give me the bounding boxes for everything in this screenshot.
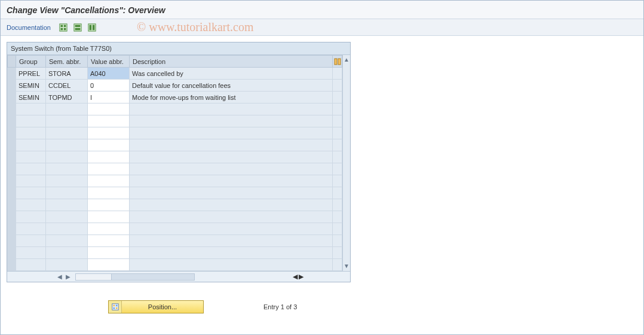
svg-rect-4 (64, 28, 66, 30)
empty-cell (46, 211, 88, 223)
table-row-empty (8, 127, 342, 139)
empty-cell (88, 223, 130, 235)
configure-columns-button[interactable] (333, 56, 342, 68)
empty-cell (16, 259, 46, 271)
empty-cell (16, 139, 46, 151)
scroll-right2-icon[interactable]: ▶ (299, 273, 303, 281)
position-button[interactable]: Position... (108, 300, 204, 313)
row-selector[interactable] (8, 103, 16, 115)
empty-cell (130, 175, 333, 187)
svg-rect-12 (338, 59, 341, 65)
empty-cell (46, 223, 88, 235)
table-row-empty (8, 235, 342, 247)
entry-count-text: Entry 1 of 3 (263, 303, 297, 310)
select-all-header[interactable] (8, 56, 16, 68)
row-selector[interactable] (8, 259, 16, 271)
row-selector[interactable] (8, 163, 16, 175)
empty-cell (88, 163, 130, 175)
empty-cell (16, 115, 46, 127)
layout-icon-3[interactable] (87, 22, 97, 33)
empty-cell (130, 199, 333, 211)
cell-group: PPREL (16, 68, 46, 80)
empty-cell (333, 211, 342, 223)
empty-cell (130, 247, 333, 259)
layout-icon-1[interactable] (58, 22, 69, 33)
cell-description: Default value for cancellation fees (130, 80, 333, 92)
row-selector[interactable] (8, 211, 16, 223)
row-selector[interactable] (8, 187, 16, 199)
row-selector[interactable] (8, 115, 16, 127)
empty-cell (130, 127, 333, 139)
row-selector[interactable] (8, 68, 16, 80)
hscroll-track[interactable] (75, 273, 195, 281)
cell-group: SEMIN (16, 92, 46, 103)
svg-rect-16 (113, 307, 115, 309)
empty-cell (16, 163, 46, 175)
row-selector[interactable] (8, 139, 16, 151)
empty-cell (46, 235, 88, 247)
empty-cell (88, 187, 130, 199)
documentation-link[interactable]: Documentation (7, 24, 51, 31)
scroll-down-icon[interactable]: ▼ (343, 263, 350, 270)
scroll-right-step-icon[interactable]: ▶ (65, 273, 72, 281)
table-row[interactable]: PPRELSTORAA040Was cancelled by (8, 68, 342, 80)
grid: Group Sem. abbr. Value abbr. Description… (7, 54, 350, 282)
row-selector[interactable] (8, 151, 16, 163)
row-tail (333, 80, 342, 92)
cell-value-abbr[interactable]: A040 (88, 68, 130, 80)
scroll-up-icon[interactable]: ▲ (343, 56, 350, 63)
column-header-sem-abbr[interactable]: Sem. abbr. (46, 56, 88, 68)
table-row-empty (8, 187, 342, 199)
table-row[interactable]: SEMINTOPMDIMode for move-ups from waitin… (8, 92, 342, 103)
vertical-scrollbar[interactable]: ▲ ▼ (342, 55, 350, 271)
empty-cell (333, 139, 342, 151)
toolbar: Documentation © www.tutorialkart.com (1, 19, 643, 36)
row-selector[interactable] (8, 235, 16, 247)
empty-cell (88, 127, 130, 139)
empty-cell (46, 139, 88, 151)
row-selector[interactable] (8, 127, 16, 139)
scroll-left-icon[interactable]: ◀ (56, 273, 63, 281)
hscroll-thumb[interactable] (76, 274, 112, 280)
empty-cell (46, 151, 88, 163)
column-header-value-abbr[interactable]: Value abbr. (88, 56, 130, 68)
svg-rect-6 (75, 25, 81, 27)
empty-cell (333, 235, 342, 247)
cell-value-abbr[interactable]: 0 (88, 80, 130, 92)
cell-group: SEMIN (16, 80, 46, 92)
cell-description: Was cancelled by (130, 68, 333, 80)
row-selector[interactable] (8, 247, 16, 259)
scroll-left2-icon[interactable]: ◀ (293, 273, 298, 281)
table-row-empty (8, 163, 342, 175)
row-selector[interactable] (8, 175, 16, 187)
table-row-empty (8, 247, 342, 259)
empty-cell (333, 259, 342, 271)
content-area: System Switch (from Table T77S0) Group S… (1, 36, 643, 313)
svg-rect-9 (90, 25, 92, 30)
empty-cell (88, 235, 130, 247)
row-selector[interactable] (8, 92, 16, 103)
empty-cell (16, 151, 46, 163)
empty-cell (46, 247, 88, 259)
table-row-empty (8, 223, 342, 235)
empty-cell (333, 247, 342, 259)
empty-cell (46, 175, 88, 187)
empty-cell (46, 103, 88, 115)
empty-cell (16, 247, 46, 259)
column-header-group[interactable]: Group (16, 56, 46, 68)
grid-table: Group Sem. abbr. Value abbr. Description… (7, 55, 342, 271)
empty-cell (46, 115, 88, 127)
svg-rect-7 (75, 28, 81, 30)
empty-cell (88, 151, 130, 163)
layout-icon-2[interactable] (72, 22, 83, 33)
cell-value-abbr[interactable]: I (88, 92, 130, 103)
table-row-empty (8, 103, 342, 115)
horizontal-scrollbar[interactable]: ◀ ▶ (56, 273, 197, 281)
row-selector[interactable] (8, 199, 16, 211)
row-selector[interactable] (8, 223, 16, 235)
row-selector[interactable] (8, 80, 16, 92)
empty-cell (16, 199, 46, 211)
position-icon (109, 301, 122, 313)
table-row[interactable]: SEMINCCDEL0Default value for cancellatio… (8, 80, 342, 92)
column-header-description[interactable]: Description (130, 56, 333, 68)
